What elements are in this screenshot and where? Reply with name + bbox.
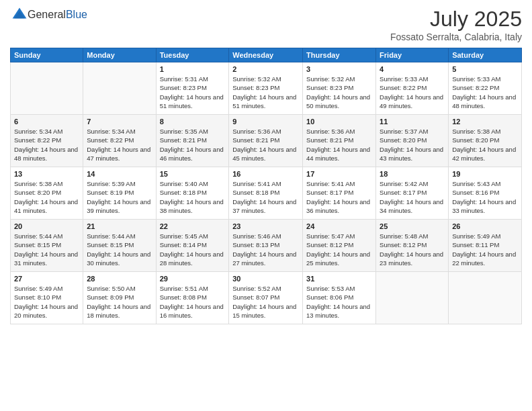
day-info: Sunrise: 5:46 AM Sunset: 8:13 PM Dayligh… xyxy=(232,232,299,267)
calendar-week-3: 13Sunrise: 5:38 AM Sunset: 8:20 PM Dayli… xyxy=(11,167,522,220)
day-number: 25 xyxy=(380,222,445,230)
calendar-cell: 25Sunrise: 5:48 AM Sunset: 8:12 PM Dayli… xyxy=(376,220,449,272)
calendar-location: Fossato Serralta, Calabria, Italy xyxy=(390,32,522,42)
calendar-cell: 3Sunrise: 5:32 AM Sunset: 8:23 PM Daylig… xyxy=(303,62,376,115)
day-info: Sunrise: 5:38 AM Sunset: 8:20 PM Dayligh… xyxy=(14,179,79,215)
day-info: Sunrise: 5:31 AM Sunset: 8:23 PM Dayligh… xyxy=(160,75,226,110)
logo-general-text: General xyxy=(28,9,66,20)
day-info: Sunrise: 5:44 AM Sunset: 8:15 PM Dayligh… xyxy=(14,232,79,267)
day-number: 5 xyxy=(452,65,518,73)
day-info: Sunrise: 5:41 AM Sunset: 8:17 PM Dayligh… xyxy=(306,179,372,215)
day-number: 24 xyxy=(306,222,372,230)
calendar-cell: 20Sunrise: 5:44 AM Sunset: 8:15 PM Dayli… xyxy=(11,220,83,272)
day-number: 29 xyxy=(160,275,226,283)
calendar-week-2: 6Sunrise: 5:34 AM Sunset: 8:22 PM Daylig… xyxy=(11,115,522,167)
calendar-cell: 6Sunrise: 5:34 AM Sunset: 8:22 PM Daylig… xyxy=(11,115,83,167)
title-block: July 2025 Fossato Serralta, Calabria, It… xyxy=(390,7,522,42)
day-info: Sunrise: 5:38 AM Sunset: 8:20 PM Dayligh… xyxy=(452,127,518,163)
calendar-cell xyxy=(11,62,83,115)
calendar-page: GeneralBlue July 2025 Fossato Serralta, … xyxy=(0,0,532,411)
day-header-tuesday: Tuesday xyxy=(156,48,229,62)
calendar-week-1: 1Sunrise: 5:31 AM Sunset: 8:23 PM Daylig… xyxy=(11,62,522,115)
day-info: Sunrise: 5:33 AM Sunset: 8:22 PM Dayligh… xyxy=(380,75,445,110)
logo: GeneralBlue xyxy=(10,7,87,23)
day-number: 3 xyxy=(306,65,372,73)
day-info: Sunrise: 5:49 AM Sunset: 8:10 PM Dayligh… xyxy=(14,284,79,320)
calendar-cell: 31Sunrise: 5:53 AM Sunset: 8:06 PM Dayli… xyxy=(303,272,376,324)
day-info: Sunrise: 5:39 AM Sunset: 8:19 PM Dayligh… xyxy=(87,179,152,215)
calendar-cell: 30Sunrise: 5:52 AM Sunset: 8:07 PM Dayli… xyxy=(229,272,303,324)
day-info: Sunrise: 5:49 AM Sunset: 8:11 PM Dayligh… xyxy=(452,232,518,267)
calendar-cell: 17Sunrise: 5:41 AM Sunset: 8:17 PM Dayli… xyxy=(303,167,376,220)
calendar-cell: 2Sunrise: 5:32 AM Sunset: 8:23 PM Daylig… xyxy=(229,62,303,115)
calendar-cell: 23Sunrise: 5:46 AM Sunset: 8:13 PM Dayli… xyxy=(229,220,303,272)
day-info: Sunrise: 5:36 AM Sunset: 8:21 PM Dayligh… xyxy=(306,127,372,163)
day-number: 6 xyxy=(14,118,79,126)
calendar-cell: 9Sunrise: 5:36 AM Sunset: 8:21 PM Daylig… xyxy=(229,115,303,167)
day-info: Sunrise: 5:32 AM Sunset: 8:23 PM Dayligh… xyxy=(232,75,299,110)
day-header-friday: Friday xyxy=(376,48,449,62)
day-number: 18 xyxy=(380,170,445,178)
calendar-title: July 2025 xyxy=(390,7,522,32)
day-number: 26 xyxy=(452,222,518,230)
calendar-cell: 14Sunrise: 5:39 AM Sunset: 8:19 PM Dayli… xyxy=(83,167,156,220)
calendar-cell: 13Sunrise: 5:38 AM Sunset: 8:20 PM Dayli… xyxy=(11,167,83,220)
day-number: 20 xyxy=(14,222,79,230)
day-number: 12 xyxy=(452,118,518,126)
day-header-saturday: Saturday xyxy=(449,48,522,62)
day-number: 4 xyxy=(380,65,445,73)
day-header-wednesday: Wednesday xyxy=(229,48,303,62)
day-number: 2 xyxy=(232,65,299,73)
day-header-sunday: Sunday xyxy=(11,48,83,62)
day-info: Sunrise: 5:45 AM Sunset: 8:14 PM Dayligh… xyxy=(160,232,226,267)
day-info: Sunrise: 5:35 AM Sunset: 8:21 PM Dayligh… xyxy=(160,127,226,163)
calendar-week-4: 20Sunrise: 5:44 AM Sunset: 8:15 PM Dayli… xyxy=(11,220,522,272)
calendar-cell: 26Sunrise: 5:49 AM Sunset: 8:11 PM Dayli… xyxy=(449,220,522,272)
logo-blue-text: Blue xyxy=(66,9,87,20)
day-number: 16 xyxy=(232,170,299,178)
day-number: 23 xyxy=(232,222,299,230)
calendar-cell: 12Sunrise: 5:38 AM Sunset: 8:20 PM Dayli… xyxy=(449,115,522,167)
day-number: 9 xyxy=(232,118,299,126)
day-number: 13 xyxy=(14,170,79,178)
calendar-cell: 15Sunrise: 5:40 AM Sunset: 8:18 PM Dayli… xyxy=(156,167,229,220)
day-number: 14 xyxy=(87,170,152,178)
day-info: Sunrise: 5:34 AM Sunset: 8:22 PM Dayligh… xyxy=(14,127,79,163)
day-info: Sunrise: 5:44 AM Sunset: 8:15 PM Dayligh… xyxy=(87,232,152,267)
day-info: Sunrise: 5:42 AM Sunset: 8:17 PM Dayligh… xyxy=(380,179,445,215)
calendar-cell: 24Sunrise: 5:47 AM Sunset: 8:12 PM Dayli… xyxy=(303,220,376,272)
day-info: Sunrise: 5:37 AM Sunset: 8:20 PM Dayligh… xyxy=(380,127,445,163)
day-info: Sunrise: 5:33 AM Sunset: 8:22 PM Dayligh… xyxy=(452,75,518,110)
day-info: Sunrise: 5:47 AM Sunset: 8:12 PM Dayligh… xyxy=(306,232,372,267)
day-info: Sunrise: 5:34 AM Sunset: 8:22 PM Dayligh… xyxy=(87,127,152,163)
day-number: 7 xyxy=(87,118,152,126)
calendar-cell: 21Sunrise: 5:44 AM Sunset: 8:15 PM Dayli… xyxy=(83,220,156,272)
day-info: Sunrise: 5:32 AM Sunset: 8:23 PM Dayligh… xyxy=(306,75,372,110)
calendar-cell xyxy=(376,272,449,324)
calendar-cell: 19Sunrise: 5:43 AM Sunset: 8:16 PM Dayli… xyxy=(449,167,522,220)
calendar-cell: 18Sunrise: 5:42 AM Sunset: 8:17 PM Dayli… xyxy=(376,167,449,220)
calendar-cell: 4Sunrise: 5:33 AM Sunset: 8:22 PM Daylig… xyxy=(376,62,449,115)
calendar-cell: 8Sunrise: 5:35 AM Sunset: 8:21 PM Daylig… xyxy=(156,115,229,167)
day-number: 21 xyxy=(87,222,152,230)
day-number: 8 xyxy=(160,118,226,126)
day-info: Sunrise: 5:53 AM Sunset: 8:06 PM Dayligh… xyxy=(306,284,372,320)
day-header-thursday: Thursday xyxy=(303,48,376,62)
calendar-cell: 29Sunrise: 5:51 AM Sunset: 8:08 PM Dayli… xyxy=(156,272,229,324)
day-number: 15 xyxy=(160,170,226,178)
header: GeneralBlue July 2025 Fossato Serralta, … xyxy=(10,7,522,42)
day-info: Sunrise: 5:43 AM Sunset: 8:16 PM Dayligh… xyxy=(452,179,518,215)
logo-icon xyxy=(11,7,28,23)
day-info: Sunrise: 5:48 AM Sunset: 8:12 PM Dayligh… xyxy=(380,232,445,267)
day-number: 11 xyxy=(380,118,445,126)
day-info: Sunrise: 5:36 AM Sunset: 8:21 PM Dayligh… xyxy=(232,127,299,163)
calendar-cell: 16Sunrise: 5:41 AM Sunset: 8:18 PM Dayli… xyxy=(229,167,303,220)
day-number: 22 xyxy=(160,222,226,230)
day-info: Sunrise: 5:52 AM Sunset: 8:07 PM Dayligh… xyxy=(232,284,299,320)
calendar-table: SundayMondayTuesdayWednesdayThursdayFrid… xyxy=(10,48,522,324)
calendar-cell: 11Sunrise: 5:37 AM Sunset: 8:20 PM Dayli… xyxy=(376,115,449,167)
day-number: 31 xyxy=(306,275,372,283)
calendar-cell: 10Sunrise: 5:36 AM Sunset: 8:21 PM Dayli… xyxy=(303,115,376,167)
calendar-cell xyxy=(83,62,156,115)
day-number: 17 xyxy=(306,170,372,178)
